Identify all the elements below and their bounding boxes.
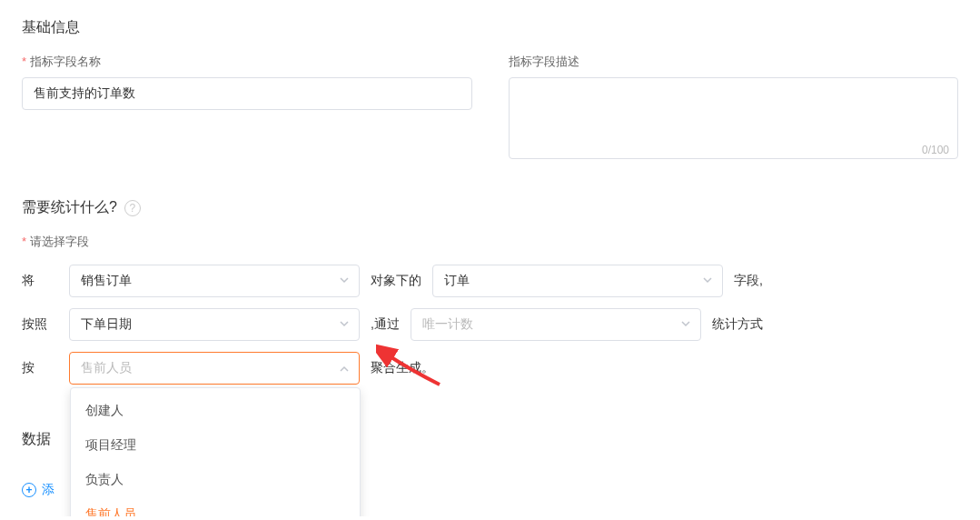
basic-info-title: 基础信息 <box>22 18 958 37</box>
stat-row-1: 将 销售订单 对象下的 订单 字段, <box>22 265 958 297</box>
field-select[interactable]: 订单 <box>432 265 723 297</box>
chevron-down-icon <box>680 317 691 332</box>
aggregation-select[interactable]: 唯一计数 <box>411 308 701 341</box>
stat-row-2: 按照 下单日期 ,通过 唯一计数 统计方式 <box>22 308 958 341</box>
select-field-label: 请选择字段 <box>22 234 958 250</box>
dropdown-option[interactable]: 创建人 <box>71 394 360 428</box>
add-condition-link[interactable]: + 添 <box>22 482 54 498</box>
help-icon[interactable]: ? <box>124 200 141 216</box>
dropdown-option[interactable]: 负责人 <box>71 463 360 497</box>
stats-section: 需要统计什么? ? 请选择字段 将 销售订单 对象下的 订单 字段, <box>22 198 958 385</box>
dropdown-option[interactable]: 项目经理 <box>71 428 360 463</box>
dropdown-option-selected[interactable]: 售前人员 <box>71 497 360 516</box>
field-name-input[interactable] <box>22 77 472 110</box>
chevron-down-icon <box>339 274 350 288</box>
chevron-up-icon <box>339 361 350 375</box>
stats-title: 需要统计什么? ? <box>22 198 958 217</box>
field-desc-textarea[interactable] <box>509 77 959 159</box>
chevron-down-icon <box>702 274 713 288</box>
basic-info-section: 基础信息 指标字段名称 指标字段描述 0/100 <box>22 18 958 162</box>
chevron-down-icon <box>339 317 350 332</box>
stat-row-3: 按 售前人员 创建人 项目经理 负责人 售前人员 最后修改人 售前人员 聚合生 <box>22 352 958 385</box>
group-by-dropdown: 创建人 项目经理 负责人 售前人员 最后修改人 售前人员 <box>70 387 361 516</box>
plus-icon: + <box>22 483 36 497</box>
date-field-select[interactable]: 下单日期 <box>69 308 360 341</box>
char-count: 0/100 <box>922 144 949 156</box>
field-desc-label: 指标字段描述 <box>509 54 959 70</box>
group-by-select[interactable]: 售前人员 创建人 项目经理 负责人 售前人员 最后修改人 售前人员 <box>69 352 360 385</box>
object-select[interactable]: 销售订单 <box>69 265 360 297</box>
field-name-label: 指标字段名称 <box>22 54 472 70</box>
